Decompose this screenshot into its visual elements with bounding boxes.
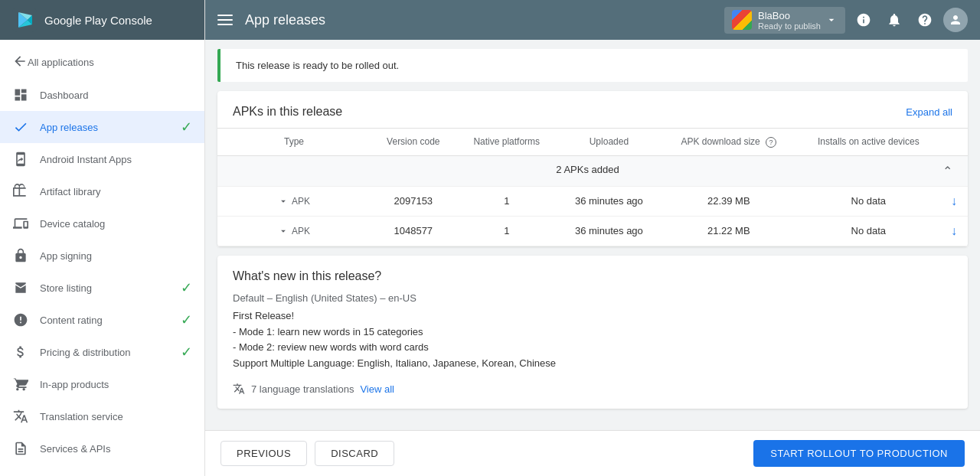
sidebar-item-android-instant-label: Android Instant Apps [40, 154, 132, 165]
lang-label: Default – English (United States) – en-U… [233, 292, 952, 304]
store-listing-check: ✓ [181, 279, 192, 296]
sidebar-header: Google Play Console [0, 0, 204, 40]
content-area: This release is ready to be rolled out. … [205, 40, 980, 430]
release-line-1: - Mode 1: learn new words in 15 categori… [233, 324, 952, 341]
apk-uploaded: 36 minutes ago [557, 216, 661, 246]
col-apk-size: APK download size ? [661, 129, 797, 155]
help-button[interactable] [913, 8, 937, 32]
sidebar-item-app-signing[interactable]: App signing [0, 240, 204, 272]
pricing-icon [12, 344, 29, 360]
table-header-row: Type Version code Native platforms Uploa… [217, 129, 968, 155]
sidebar-item-services-apis[interactable]: Services & APIs [0, 432, 204, 465]
sidebar: Google Play Console All applications Das… [0, 0, 205, 476]
discard-button[interactable]: DISCARD [315, 441, 394, 466]
translations-row: 7 language translations View all [233, 383, 952, 395]
info-button[interactable] [851, 8, 876, 32]
translation-icon-small [233, 383, 245, 395]
apk-download-cell: ↓ [940, 216, 968, 246]
sidebar-item-content-rating[interactable]: Content rating ✓ [0, 304, 204, 336]
chevron-down-icon [278, 196, 289, 207]
sidebar-item-content-rating-label: Content rating [40, 315, 103, 326]
device-icon [12, 215, 29, 232]
back-arrow-icon [12, 54, 28, 71]
avatar[interactable] [943, 8, 968, 32]
whats-new-title: What's new in this release? [233, 269, 952, 283]
main-panel: App releases BlaBoo Ready to publish [205, 0, 980, 476]
apk-type-cell: APK [217, 216, 371, 246]
rollout-button[interactable]: START ROLLOUT TO PRODUCTION [753, 440, 965, 467]
app-name: BlaBoo [758, 10, 821, 21]
apks-card: APKs in this release Expand all Type Ver… [217, 91, 968, 246]
translation-icon [12, 408, 29, 425]
sidebar-item-store-listing[interactable]: Store listing ✓ [0, 272, 204, 304]
ready-banner: This release is ready to be rolled out. [217, 49, 968, 82]
collapse-button[interactable]: ⌃ [942, 164, 952, 178]
sidebar-item-dashboard[interactable]: Dashboard [0, 79, 204, 111]
apk-uploaded: 36 minutes ago [557, 186, 661, 216]
instant-icon [12, 151, 29, 168]
release-notes: First Release! - Mode 1: learn new words… [233, 308, 952, 372]
download-button[interactable]: ↓ [951, 224, 957, 237]
chevron-down-icon [825, 14, 838, 26]
sidebar-item-pricing[interactable]: Pricing & distribution ✓ [0, 336, 204, 368]
footer-left: PREVIOUS DISCARD [220, 441, 394, 466]
apks-card-title: APKs in this release [233, 105, 342, 119]
artifact-icon [12, 183, 29, 200]
services-icon [12, 440, 29, 457]
sidebar-item-artifact-library[interactable]: Artifact library [0, 175, 204, 207]
table-row: APK 2097153 1 36 minutes ago 22.39 MB No… [217, 186, 968, 216]
previous-button[interactable]: PREVIOUS [220, 441, 307, 466]
apk-version-code: 2097153 [371, 186, 456, 216]
sidebar-item-app-releases[interactable]: App releases ✓ [0, 111, 204, 143]
translations-count: 7 language translations [251, 383, 354, 395]
back-label: All applications [28, 57, 94, 68]
content-rating-check: ✓ [181, 311, 192, 328]
col-installs: Installs on active devices [797, 129, 940, 155]
google-play-console-logo [12, 8, 37, 32]
signing-icon [12, 247, 29, 264]
sidebar-item-pricing-label: Pricing & distribution [40, 347, 131, 358]
content-icon [12, 311, 29, 328]
app-info: BlaBoo Ready to publish [758, 10, 821, 31]
sidebar-item-in-app-products-label: In-app products [40, 379, 109, 390]
bell-button[interactable] [882, 8, 906, 32]
col-type: Type [217, 129, 371, 155]
sidebar-item-in-app-products[interactable]: In-app products [0, 368, 204, 400]
store-icon [12, 279, 29, 296]
download-button[interactable]: ↓ [951, 194, 957, 207]
whats-new-section: What's new in this release? Default – En… [217, 256, 968, 409]
app-selector[interactable]: BlaBoo Ready to publish [724, 7, 845, 34]
back-button[interactable]: All applications [0, 46, 204, 79]
apk-group-row: 2 APKs added ⌃ [217, 155, 968, 186]
app-releases-check: ✓ [181, 119, 192, 135]
apk-size: 22.39 MB [661, 186, 797, 216]
sidebar-item-translation-label: Translation service [40, 411, 123, 422]
sidebar-item-device-catalog[interactable]: Device catalog [0, 207, 204, 240]
hamburger-menu[interactable] [217, 15, 233, 25]
footer: PREVIOUS DISCARD START ROLLOUT TO PRODUC… [205, 430, 980, 476]
release-line-2: - Mode 2: review new words with word car… [233, 340, 952, 356]
sidebar-item-translation-service[interactable]: Translation service [0, 400, 204, 432]
col-uploaded: Uploaded [557, 129, 661, 155]
pricing-check: ✓ [181, 344, 192, 360]
group-label: 2 APKs added ⌃ [217, 155, 968, 186]
apk-size: 21.22 MB [661, 216, 797, 246]
expand-all-button[interactable]: Expand all [906, 106, 952, 118]
page-title: App releases [245, 12, 724, 28]
apk-size-info-icon[interactable]: ? [766, 137, 776, 148]
products-icon [12, 376, 29, 393]
release-title: First Release! [233, 308, 952, 324]
sidebar-item-android-instant[interactable]: Android Instant Apps [0, 143, 204, 175]
col-native-platforms: Native platforms [456, 129, 557, 155]
sidebar-item-app-releases-label: App releases [40, 122, 98, 133]
apk-native-platforms: 1 [456, 216, 557, 246]
apk-installs: No data [797, 186, 940, 216]
release-line-3: Support Multiple Language: English, Ital… [233, 356, 952, 372]
sidebar-item-services-apis-label: Services & APIs [40, 443, 110, 455]
sidebar-item-device-catalog-label: Device catalog [40, 218, 105, 230]
sidebar-nav: All applications Dashboard App releases … [0, 40, 204, 471]
view-all-link[interactable]: View all [360, 383, 394, 395]
apk-installs: No data [797, 216, 940, 246]
table-row: APK 1048577 1 36 minutes ago 21.22 MB No… [217, 216, 968, 246]
app-status: Ready to publish [758, 21, 821, 31]
